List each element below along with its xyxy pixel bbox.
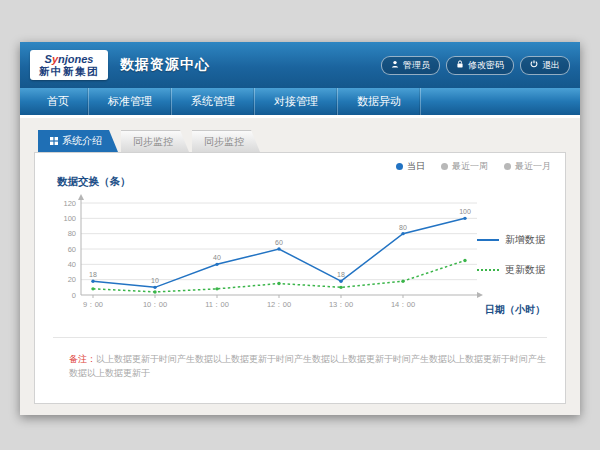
logo: Synjones 新中新集团 [30, 50, 108, 81]
admin-user-label: 管理员 [403, 59, 430, 72]
svg-text:60: 60 [275, 239, 283, 246]
svg-text:20: 20 [68, 275, 76, 284]
chart-container: 0204060801001209：0010：0011：0012：0013：001… [49, 193, 493, 319]
svg-text:60: 60 [68, 245, 76, 254]
logout-icon [530, 60, 538, 70]
svg-text:100: 100 [459, 208, 471, 215]
tab-system-intro[interactable]: 系统介绍 [38, 130, 118, 152]
svg-text:13：00: 13：00 [329, 300, 353, 309]
footnote: 备注：以上数据更新于时间产生数据以上数据更新于时间产生数据以上数据更新于时间产生… [69, 353, 547, 380]
nav-item-integration-management[interactable]: 对接管理 [255, 88, 338, 115]
grid-icon [50, 136, 58, 147]
footnote-prefix: 备注： [69, 354, 96, 364]
tab-sync-monitor-2[interactable]: 同步监控 [192, 130, 260, 152]
legend-new-data[interactable]: 新增数据 [477, 233, 555, 247]
change-password-label: 修改密码 [468, 59, 504, 72]
svg-text:80: 80 [68, 229, 76, 238]
page-title: 数据资源中心 [120, 56, 210, 74]
tab-bar: 系统介绍 同步监控 同步监控 [38, 130, 566, 152]
svg-text:9：00: 9：00 [83, 300, 103, 309]
series-legend: 新增数据 更新数据 [477, 233, 555, 293]
tab-label: 同步监控 [204, 135, 244, 149]
logo-letters-rest: njones [58, 53, 93, 65]
header-actions: 管理员 修改密码 退出 [381, 56, 570, 75]
filter-label: 当日 [407, 160, 425, 173]
legend-updated-data[interactable]: 更新数据 [477, 263, 555, 277]
nav-item-home[interactable]: 首页 [28, 88, 89, 115]
lock-icon [456, 60, 464, 70]
radio-dot-icon [504, 163, 511, 170]
logout-button[interactable]: 退出 [520, 56, 570, 75]
user-icon [391, 60, 399, 70]
tab-sync-monitor-1[interactable]: 同步监控 [121, 130, 189, 152]
solid-line-sample-icon [477, 239, 499, 241]
desktop-background: Synjones 新中新集团 数据资源中心 管理员 修改密码 退出 [0, 0, 600, 450]
svg-text:40: 40 [213, 254, 221, 261]
filter-today[interactable]: 当日 [396, 160, 425, 173]
svg-text:0: 0 [72, 291, 76, 300]
svg-text:120: 120 [63, 199, 76, 208]
filter-label: 最近一周 [452, 160, 488, 173]
nav-item-standard-management[interactable]: 标准管理 [89, 88, 172, 115]
tab-label: 同步监控 [133, 135, 173, 149]
logout-label: 退出 [542, 59, 560, 72]
logo-letter-s: S [45, 53, 52, 65]
change-password-button[interactable]: 修改密码 [446, 56, 514, 75]
nav-item-data-changes[interactable]: 数据异动 [338, 88, 421, 115]
time-range-filter: 当日 最近一周 最近一月 [396, 160, 551, 173]
content-area: 系统介绍 同步监控 同步监控 当日 最近一周 [20, 118, 580, 415]
radio-dot-icon [396, 163, 403, 170]
svg-text:18: 18 [337, 271, 345, 278]
header-bar: Synjones 新中新集团 数据资源中心 管理员 修改密码 退出 [20, 42, 580, 88]
app-window: Synjones 新中新集团 数据资源中心 管理员 修改密码 退出 [20, 42, 580, 415]
svg-text:100: 100 [63, 214, 76, 223]
x-axis-title: 日期（小时） [485, 303, 545, 317]
svg-text:12：00: 12：00 [267, 300, 291, 309]
radio-dot-icon [441, 163, 448, 170]
nav-item-system-management[interactable]: 系统管理 [172, 88, 255, 115]
dotted-line-sample-icon [477, 269, 499, 271]
logo-wordmark: Synjones [39, 53, 99, 66]
svg-text:40: 40 [68, 260, 76, 269]
line-chart: 0204060801001209：0010：0011：0012：0013：001… [49, 193, 493, 315]
main-navigation: 首页 标准管理 系统管理 对接管理 数据异动 [20, 88, 580, 115]
y-axis-title: 数据交换（条） [57, 175, 131, 189]
svg-text:18: 18 [89, 271, 97, 278]
logo-company-name: 新中新集团 [39, 65, 99, 77]
filter-last-month[interactable]: 最近一月 [504, 160, 551, 173]
chart-panel: 当日 最近一周 最近一月 数据交换（条） 0204060801001209：00… [34, 152, 566, 404]
footer-divider [53, 337, 547, 338]
tab-label: 系统介绍 [62, 134, 102, 148]
series-label: 更新数据 [505, 263, 545, 277]
series-label: 新增数据 [505, 233, 545, 247]
svg-text:10：00: 10：00 [143, 300, 167, 309]
filter-label: 最近一月 [515, 160, 551, 173]
svg-text:11：00: 11：00 [205, 300, 229, 309]
svg-text:10: 10 [151, 277, 159, 284]
svg-text:80: 80 [399, 224, 407, 231]
footnote-text: 以上数据更新于时间产生数据以上数据更新于时间产生数据以上数据更新于时间产生数据以… [69, 354, 546, 378]
admin-user-button[interactable]: 管理员 [381, 56, 440, 75]
filter-last-week[interactable]: 最近一周 [441, 160, 488, 173]
svg-text:14：00: 14：00 [391, 300, 415, 309]
